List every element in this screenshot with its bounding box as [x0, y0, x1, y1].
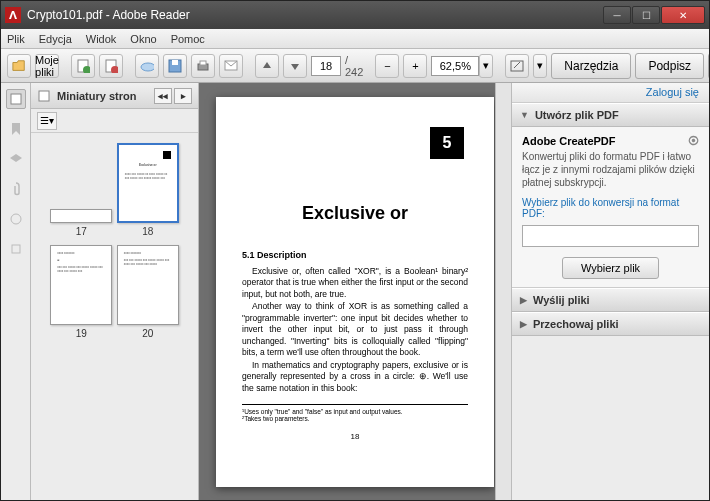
- svg-rect-6: [172, 60, 178, 65]
- menu-bar: Plik Edycja Widok Okno Pomoc: [1, 29, 709, 49]
- thumb-prev-button[interactable]: ◂◂: [154, 88, 172, 104]
- page-number-input[interactable]: [311, 56, 341, 76]
- thumbnails-header: Miniatury stron ◂◂ ▸: [31, 83, 198, 109]
- bookmarks-tab-icon[interactable]: [6, 119, 26, 139]
- thumbnails-panel: Miniatury stron ◂◂ ▸ ☰▾ 17 Exclusive orx…: [31, 83, 199, 501]
- adobe-createpdf-title: Adobe CreatePDF: [522, 135, 616, 147]
- file-path-input[interactable]: [522, 225, 699, 247]
- thumbnail-20[interactable]: xxxx xxxxxxxxxx xxx xxxxx xxx xxxxx xxxx…: [117, 245, 179, 339]
- extra-tab-icon[interactable]: [6, 239, 26, 259]
- open-button[interactable]: [7, 54, 31, 78]
- sign-in-link[interactable]: Zaloguj się: [512, 83, 709, 103]
- email-icon[interactable]: [219, 54, 243, 78]
- save-icon[interactable]: [163, 54, 187, 78]
- menu-help[interactable]: Pomoc: [171, 33, 205, 45]
- createpdf-info-icon[interactable]: ⦿: [688, 135, 699, 147]
- menu-view[interactable]: Widok: [86, 33, 117, 45]
- svg-rect-11: [11, 94, 21, 104]
- svg-rect-8: [200, 61, 206, 65]
- svg-rect-13: [12, 245, 20, 253]
- right-panel: Zaloguj się ▼Utwórz plik PDF Adobe Creat…: [511, 83, 709, 501]
- create-pdf-icon[interactable]: [71, 54, 95, 78]
- page-up-button[interactable]: [255, 54, 279, 78]
- svg-point-4: [141, 63, 154, 71]
- vertical-scrollbar[interactable]: [495, 83, 511, 501]
- thumbnails-tab-icon[interactable]: [6, 89, 26, 109]
- window-title: Crypto101.pdf - Adobe Reader: [27, 8, 603, 22]
- choose-file-button[interactable]: Wybierz plik: [562, 257, 659, 279]
- select-file-label: Wybierz plik do konwersji na format PDF:: [522, 197, 699, 219]
- page-down-button[interactable]: [283, 54, 307, 78]
- my-files-button[interactable]: Moje pliki: [35, 54, 59, 78]
- thumbnail-17[interactable]: 17: [50, 209, 112, 237]
- read-mode-icon[interactable]: [505, 54, 529, 78]
- chapter-number-box: 5: [430, 127, 464, 159]
- thumbnails-list[interactable]: 17 Exclusive orxxxx xxx xxxxx xx xxxx xx…: [31, 133, 198, 501]
- section-heading: 5.1 Description: [242, 250, 468, 260]
- send-files-accordion-head[interactable]: ▶Wyślij pliki: [512, 288, 709, 312]
- thumb-options-button[interactable]: ☰▾: [37, 112, 57, 130]
- minimize-button[interactable]: ─: [603, 6, 631, 24]
- cloud-icon[interactable]: [135, 54, 159, 78]
- print-icon[interactable]: [191, 54, 215, 78]
- left-rail: [1, 83, 31, 501]
- document-page: 5 Exclusive or 5.1 Description Exclusive…: [216, 97, 494, 487]
- toolbar: Moje pliki / 242 − + ▾ ▾ Narzędzia Podpi…: [1, 49, 709, 83]
- menu-edit[interactable]: Edycja: [39, 33, 72, 45]
- maximize-button[interactable]: ☐: [632, 6, 660, 24]
- sign-button[interactable]: Podpisz: [635, 53, 704, 79]
- thumbnail-18[interactable]: Exclusive orxxxx xxx xxxxx xx xxxx xxxxx…: [117, 143, 179, 237]
- document-view[interactable]: 5 Exclusive or 5.1 Description Exclusive…: [199, 83, 511, 501]
- menu-window[interactable]: Okno: [130, 33, 156, 45]
- app-icon: [5, 7, 21, 23]
- thumb-next-button[interactable]: ▸: [174, 88, 192, 104]
- title-bar: Crypto101.pdf - Adobe Reader ─ ☐ ✕: [1, 1, 709, 29]
- signatures-tab-icon[interactable]: [6, 209, 26, 229]
- chapter-title: Exclusive or: [242, 203, 468, 224]
- body-text: Exclusive or, often called "XOR", is a B…: [242, 266, 468, 394]
- zoom-dropdown[interactable]: ▾: [479, 54, 493, 78]
- create-pdf-description: Konwertuj pliki do formatu PDF i łatwo ł…: [522, 150, 699, 189]
- store-files-accordion-head[interactable]: ▶Przechowaj pliki: [512, 312, 709, 336]
- view-dropdown[interactable]: ▾: [533, 54, 547, 78]
- export-pdf-icon[interactable]: [99, 54, 123, 78]
- footnotes: ¹Uses only "true" and "false" as input a…: [242, 404, 468, 422]
- tools-button[interactable]: Narzędzia: [551, 53, 631, 79]
- thumbnail-19[interactable]: xxxx xxxxxxx⊕xxx xxx xxxxx xxx xxxxx xxx…: [50, 245, 112, 339]
- layers-tab-icon[interactable]: [6, 149, 26, 169]
- create-pdf-accordion-body: Adobe CreatePDF ⦿ Konwertuj pliki do for…: [512, 127, 709, 288]
- svg-rect-10: [511, 61, 523, 71]
- svg-rect-14: [39, 91, 49, 101]
- zoom-out-button[interactable]: −: [375, 54, 399, 78]
- page-number-footer: 18: [242, 432, 468, 441]
- zoom-input[interactable]: [431, 56, 479, 76]
- svg-point-12: [11, 214, 21, 224]
- close-button[interactable]: ✕: [661, 6, 705, 24]
- attachments-tab-icon[interactable]: [6, 179, 26, 199]
- page-separator: / 242: [345, 54, 363, 78]
- menu-file[interactable]: Plik: [7, 33, 25, 45]
- create-pdf-accordion-head[interactable]: ▼Utwórz plik PDF: [512, 103, 709, 127]
- zoom-in-button[interactable]: +: [403, 54, 427, 78]
